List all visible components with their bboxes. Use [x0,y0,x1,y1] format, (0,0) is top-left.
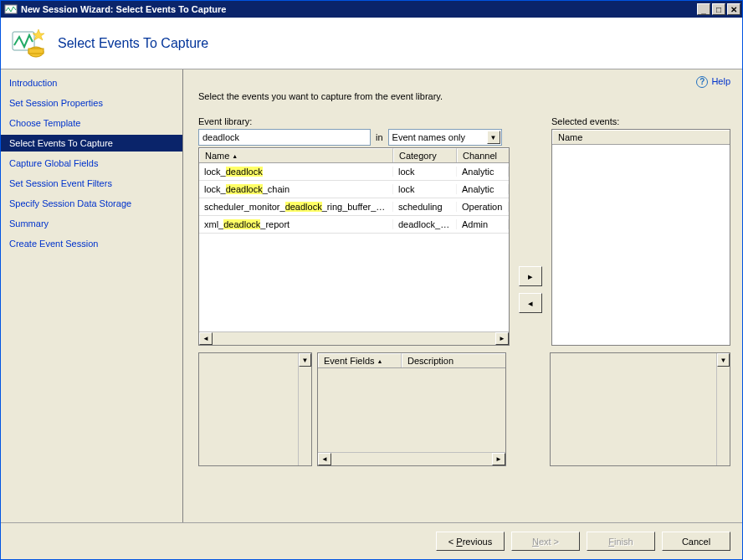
remove-event-button[interactable]: ◂ [519,293,542,313]
selected-grid-body[interactable] [552,145,730,345]
main-panel: ?Help Select the events you want to capt… [183,69,742,522]
wizard-icon [11,27,44,60]
body: Introduction Set Session Properties Choo… [1,69,742,522]
detail-mid-box: Event Fields▲ Description ◄ ► [317,352,506,466]
panels-row: Event library: in Event names only ▼ Nam… [198,116,730,346]
col-name[interactable]: Name▲ [199,148,393,162]
previous-button[interactable]: < PPreviousrevious [436,532,505,551]
detail-left-box: ▲ ▼ [198,352,312,466]
wizard-footer: < PPreviousrevious Next > Finish Cancel [1,522,742,559]
library-row[interactable]: xml_deadlock_report deadlock_mo... Admin [199,216,509,234]
event-library-grid: Name▲ Category Channel lock_deadlock loc… [198,147,510,346]
add-event-button[interactable]: ▸ [519,266,542,286]
filter-input[interactable] [198,129,371,146]
col-channel[interactable]: Channel [457,148,509,162]
detail-right-v-scrollbar[interactable]: ▲ ▼ [716,353,730,465]
step-set-session-properties[interactable]: Set Session Properties [1,95,182,111]
detail-left-v-scrollbar[interactable]: ▲ ▼ [298,353,311,465]
page-title: Select Events To Capture [58,36,208,51]
titlebar-text: New Session Wizard: Select Events To Cap… [21,4,695,14]
scroll-down-icon[interactable]: ▼ [717,353,730,367]
sort-asc-icon: ▲ [377,358,383,364]
scroll-down-icon[interactable]: ▼ [299,353,311,367]
scroll-left-icon[interactable]: ◄ [318,453,331,465]
library-grid-body[interactable]: lock_deadlock lock Analytic lock_deadloc… [199,163,509,331]
detail-mid-header: Event Fields▲ Description [318,353,505,368]
in-label: in [374,132,385,142]
step-select-events[interactable]: Select Events To Capture [1,135,182,152]
filter-scope-value: Event names only [392,132,465,142]
chevron-down-icon: ▼ [487,131,500,144]
scroll-right-icon[interactable]: ► [492,453,505,465]
detail-mid-h-scrollbar[interactable]: ◄ ► [318,452,505,465]
step-specify-data-storage[interactable]: Specify Session Data Storage [1,195,182,212]
selected-events-label: Selected events: [551,116,730,126]
selected-grid-header: Name [552,130,730,145]
step-summary[interactable]: Summary [1,215,182,232]
instruction-text: Select the events you want to capture fr… [198,91,730,101]
step-capture-global-fields[interactable]: Capture Global Fields [1,155,182,172]
svg-rect-3 [28,49,44,54]
col-description[interactable]: Description [402,353,505,367]
app-icon [4,3,18,16]
filter-row: in Event names only ▼ [198,129,510,146]
sel-col-name[interactable]: Name [552,130,730,144]
cancel-button[interactable]: Cancel [662,532,730,551]
selected-events-grid: Name [551,129,730,346]
col-event-fields[interactable]: Event Fields▲ [318,353,402,367]
detail-mid-body[interactable] [318,368,505,452]
event-library-panel: Event library: in Event names only ▼ Nam… [198,116,510,346]
library-grid-header: Name▲ Category Channel [199,148,509,163]
library-row[interactable]: lock_deadlock lock Analytic [199,163,509,181]
library-row[interactable]: lock_deadlock_chain lock Analytic [199,181,509,198]
library-h-scrollbar[interactable]: ◄ ► [199,331,509,345]
step-introduction[interactable]: Introduction [1,74,182,91]
titlebar: New Session Wizard: Select Events To Cap… [1,1,742,18]
wizard-header: Select Events To Capture [1,18,742,69]
library-row[interactable]: scheduler_monitor_deadlock_ring_buffer_r… [199,198,509,216]
step-create-event-session[interactable]: Create Event Session [1,235,182,252]
help-row: ?Help [198,76,730,88]
next-button[interactable]: Next > [511,532,580,551]
event-library-label: Event library: [198,116,510,126]
step-set-event-filters[interactable]: Set Session Event Filters [1,175,182,192]
help-icon: ? [696,76,708,88]
selected-events-panel: Selected events: Name [551,116,730,346]
help-link[interactable]: Help [711,76,730,86]
wizard-steps-sidebar: Introduction Set Session Properties Choo… [1,69,183,522]
col-category[interactable]: Category [393,148,457,162]
filter-scope-dropdown[interactable]: Event names only ▼ [388,129,502,146]
wizard-window: New Session Wizard: Select Events To Cap… [0,0,743,560]
step-choose-template[interactable]: Choose Template [1,115,182,131]
detail-row: ▲ ▼ Event Fields▲ Description ◄ ► [198,352,730,466]
scroll-left-icon[interactable]: ◄ [199,332,213,345]
finish-button[interactable]: Finish [587,532,655,551]
maximize-button[interactable]: □ [712,3,725,15]
scroll-right-icon[interactable]: ► [495,332,509,345]
minimize-button[interactable]: _ [697,3,710,15]
sort-asc-icon: ▲ [232,153,238,159]
title-buttons: _ □ ✕ [695,3,740,15]
close-button[interactable]: ✕ [727,3,740,15]
move-buttons: ▸ ◂ [510,116,551,346]
detail-right-box: ▲ ▼ [550,352,730,466]
